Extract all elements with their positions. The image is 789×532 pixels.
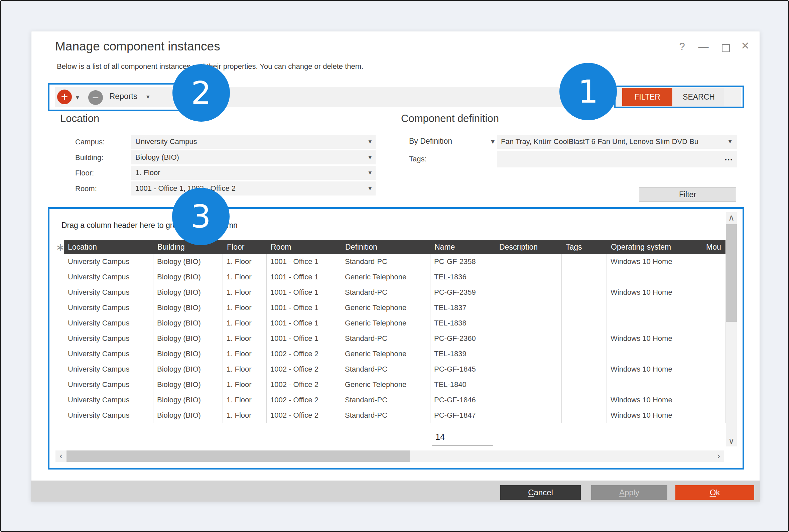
table-row[interactable]: University CampusBiology (BIO)1. Floor10… <box>64 331 726 346</box>
callout-badge-3: 3 <box>172 188 230 245</box>
table-cell <box>562 346 607 362</box>
table-row[interactable]: University CampusBiology (BIO)1. Floor10… <box>64 254 726 269</box>
table-cell <box>702 346 726 362</box>
scroll-left-icon[interactable]: ‹ <box>56 451 66 461</box>
column-header[interactable]: Operating system <box>607 240 702 254</box>
add-button[interactable]: + <box>57 90 72 104</box>
help-icon[interactable]: ? <box>675 41 689 53</box>
campus-value: University Campus <box>135 137 197 146</box>
table-cell: Biology (BIO) <box>153 408 223 423</box>
table-cell <box>607 316 702 331</box>
scroll-up-icon[interactable]: ∧ <box>726 212 737 223</box>
vertical-scroll-thumb[interactable] <box>726 224 737 322</box>
table-cell: Standard-PC <box>341 331 430 346</box>
callout-badge-1: 1 <box>559 63 617 120</box>
filter-tab[interactable]: FILTER <box>622 88 672 106</box>
table-row[interactable]: University CampusBiology (BIO)1. Floor10… <box>64 408 726 423</box>
room-label: Room: <box>75 185 97 193</box>
table-cell: University Campus <box>64 392 153 408</box>
table-cell: 1. Floor <box>223 254 267 269</box>
vertical-scrollbar[interactable]: ∧ ∨ <box>726 212 737 446</box>
add-dropdown-caret-icon[interactable]: ▾ <box>76 94 79 101</box>
table-cell <box>607 269 702 285</box>
apply-button[interactable]: Apply <box>591 485 667 500</box>
grid-header-row: Location Building Floor Room Definition … <box>64 240 726 254</box>
table-cell: 1. Floor <box>223 285 267 300</box>
column-header[interactable]: Name <box>430 240 495 254</box>
definition-combo[interactable]: Fan Tray, Knürr CoolBlastT 6 Fan Unit, L… <box>497 135 737 149</box>
table-cell <box>495 362 562 377</box>
campus-select[interactable]: University Campus ▾ <box>131 135 376 149</box>
instances-grid-panel: Drag a column header here to group by th… <box>48 207 744 470</box>
table-cell: Windows 10 Home <box>607 285 702 300</box>
minimize-icon[interactable]: — <box>696 41 711 53</box>
column-header[interactable]: Location <box>64 240 153 254</box>
table-cell: 1002 - Office 2 <box>267 362 341 377</box>
room-select[interactable]: 1001 - Office 1, 1002 - Office 2 ▾ <box>131 182 376 195</box>
column-header[interactable]: Tags <box>562 240 607 254</box>
table-cell: 1. Floor <box>223 269 267 285</box>
table-cell: 1002 - Office 2 <box>267 392 341 408</box>
component-definition-heading: Component definition <box>401 113 499 125</box>
scroll-right-icon[interactable]: › <box>713 451 724 461</box>
table-cell <box>562 362 607 377</box>
table-cell: Biology (BIO) <box>153 392 223 408</box>
table-row[interactable]: University CampusBiology (BIO)1. Floor10… <box>64 316 726 331</box>
floor-select[interactable]: 1. Floor ▾ <box>131 166 376 180</box>
table-row[interactable]: University CampusBiology (BIO)1. Floor10… <box>64 285 726 300</box>
column-header[interactable]: Definition <box>341 240 430 254</box>
name-filter-input[interactable]: 14 <box>432 428 493 446</box>
table-cell <box>702 392 726 408</box>
table-cell <box>702 285 726 300</box>
table-cell: 1001 - Office 1 <box>267 331 341 346</box>
horizontal-scroll-thumb[interactable] <box>66 451 410 462</box>
table-cell: PC-GF-1845 <box>430 362 495 377</box>
chevron-down-icon: ▾ <box>368 185 372 192</box>
building-select[interactable]: Biology (BIO) ▾ <box>131 150 376 165</box>
location-heading: Location <box>60 113 99 125</box>
table-cell: Generic Telephone <box>341 377 430 392</box>
column-header[interactable]: Description <box>495 240 562 254</box>
column-header[interactable]: Room <box>267 240 341 254</box>
ellipsis-icon[interactable]: ••• <box>725 157 733 163</box>
table-cell <box>562 316 607 331</box>
filter-button[interactable]: Filter <box>639 187 736 202</box>
by-definition-select[interactable]: By Definition ▼ <box>409 137 496 148</box>
table-row[interactable]: University CampusBiology (BIO)1. Floor10… <box>64 362 726 377</box>
cancel-button[interactable]: Cancel <box>500 485 581 500</box>
table-row[interactable]: University CampusBiology (BIO)1. Floor10… <box>64 346 726 362</box>
table-body: University CampusBiology (BIO)1. Floor10… <box>64 254 726 423</box>
remove-button[interactable]: − <box>88 90 103 105</box>
by-definition-label: By Definition <box>409 137 452 145</box>
table-row[interactable]: University CampusBiology (BIO)1. Floor10… <box>64 392 726 408</box>
column-header[interactable]: Floor <box>223 240 267 254</box>
table-cell: Standard-PC <box>341 362 430 377</box>
table-cell: University Campus <box>64 316 153 331</box>
chevron-down-icon: ▾ <box>368 153 372 161</box>
table-row[interactable]: University CampusBiology (BIO)1. Floor10… <box>64 269 726 285</box>
page-title: Manage component instances <box>55 39 220 54</box>
scroll-down-icon[interactable]: ∨ <box>726 435 737 446</box>
room-value: 1001 - Office 1, 1002 - Office 2 <box>135 184 236 193</box>
table-cell <box>562 269 607 285</box>
table-cell: 1. Floor <box>223 392 267 408</box>
table-cell <box>562 392 607 408</box>
search-tab[interactable]: SEARCH <box>673 88 724 106</box>
plus-icon: + <box>61 91 68 103</box>
table-cell: Windows 10 Home <box>607 362 702 377</box>
close-icon[interactable]: × <box>738 38 753 53</box>
table-cell: TEL-1838 <box>430 316 495 331</box>
table-cell: Standard-PC <box>341 254 430 269</box>
reports-menu[interactable]: Reports <box>109 92 137 101</box>
table-cell <box>702 254 726 269</box>
tags-field[interactable]: ••• <box>497 151 737 167</box>
horizontal-scrollbar[interactable]: ‹ › <box>56 451 724 462</box>
maximize-icon[interactable] <box>722 44 730 52</box>
table-cell: 1001 - Office 1 <box>267 269 341 285</box>
table-cell: Biology (BIO) <box>153 362 223 377</box>
table-row[interactable]: University CampusBiology (BIO)1. Floor10… <box>64 377 726 392</box>
chevron-down-icon: ▾ <box>368 138 372 145</box>
table-row[interactable]: University CampusBiology (BIO)1. Floor10… <box>64 300 726 316</box>
ok-button[interactable]: Ok <box>675 485 754 500</box>
column-header[interactable]: Mou <box>702 240 726 254</box>
